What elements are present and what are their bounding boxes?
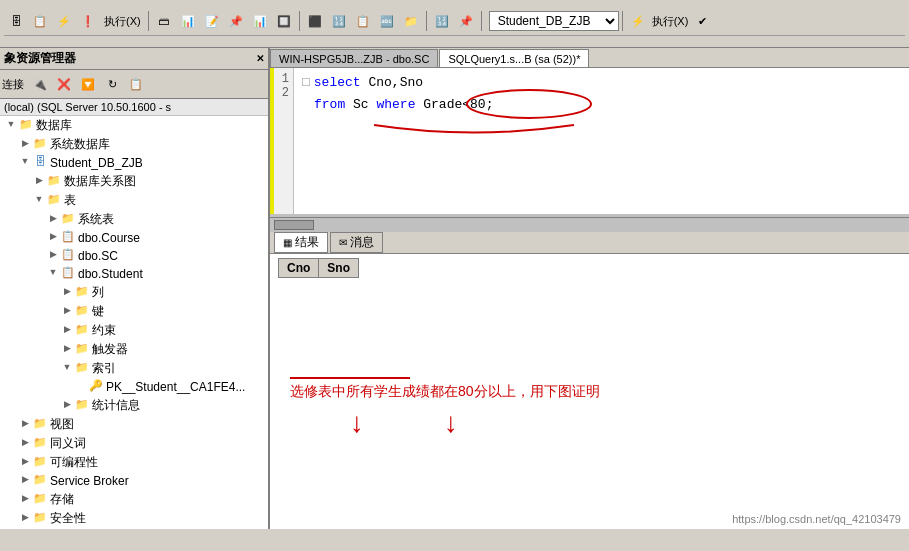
tree-item-pk[interactable]: 🔑 PK__Student__CA1FE4...: [0, 378, 268, 396]
tree-item-service-broker[interactable]: ▶ 📁 Service Broker: [0, 472, 268, 490]
expander-triggers[interactable]: ▶: [60, 343, 74, 357]
toolbar-icon-8[interactable]: 📌: [225, 10, 247, 32]
toolbar-icon-7[interactable]: 📝: [201, 10, 223, 32]
results-tab-bar: ▦ 结果 ✉ 消息: [270, 232, 909, 254]
line-annotation: [374, 120, 574, 140]
expander-student-db[interactable]: ▼: [18, 156, 32, 170]
tree-item-triggers[interactable]: ▶ 📁 触发器: [0, 340, 268, 359]
connect-label[interactable]: 连接: [2, 77, 24, 92]
expander-constraints[interactable]: ▶: [60, 324, 74, 338]
properties-icon[interactable]: 📋: [125, 73, 147, 95]
folder-icon-views: 📁: [32, 417, 48, 433]
tree-item-student-db[interactable]: ▼ 🗄 Student_DB_ZJB: [0, 154, 268, 172]
expander-student[interactable]: ▼: [46, 267, 60, 281]
expander-tables[interactable]: ▼: [32, 194, 46, 208]
db-selector[interactable]: Student_DB_ZJB: [489, 11, 619, 31]
expander-storage[interactable]: ▶: [18, 493, 32, 507]
connect-icon[interactable]: 🔌: [29, 73, 51, 95]
expander-diagrams[interactable]: ▶: [32, 175, 46, 189]
toolbar-icon-19[interactable]: ✔: [691, 10, 713, 32]
tree-item-views[interactable]: ▶ 📁 视图: [0, 415, 268, 434]
toolbar-icon-17[interactable]: 📌: [455, 10, 477, 32]
expander-security-db[interactable]: ▶: [18, 512, 32, 526]
tree-item-stats[interactable]: ▶ 📁 统计信息: [0, 396, 268, 415]
toolbar-icon-16[interactable]: 🔢: [431, 10, 453, 32]
expander-pk[interactable]: [74, 380, 88, 394]
close-panel-icon[interactable]: ✕: [256, 53, 264, 64]
refresh-icon[interactable]: ↻: [101, 73, 123, 95]
tree-item-programmability[interactable]: ▶ 📁 可编程性: [0, 453, 268, 472]
query-tab-2[interactable]: SQLQuery1.s...B (sa (52))*: [439, 49, 589, 67]
expander-views[interactable]: ▶: [18, 418, 32, 432]
expander-sys-tables[interactable]: ▶: [46, 213, 60, 227]
sql-editor[interactable]: 1 2 □ select Cno,Sno from Sc where Grade…: [270, 68, 909, 217]
toolbar-icon-10[interactable]: 🔲: [273, 10, 295, 32]
tree-item-sys-tables[interactable]: ▶ 📁 系统表: [0, 210, 268, 229]
toolbar-icon-5[interactable]: 🗃: [153, 10, 175, 32]
expander-cols[interactable]: ▶: [60, 286, 74, 300]
h-scrollbar[interactable]: [270, 217, 909, 231]
toolbar-icon-2[interactable]: 📋: [29, 10, 51, 32]
expander-service-broker[interactable]: ▶: [18, 474, 32, 488]
expander-stats[interactable]: ▶: [60, 399, 74, 413]
expander-course[interactable]: ▶: [46, 231, 60, 245]
expander-database[interactable]: ▼: [4, 119, 18, 133]
tree-label-student: dbo.Student: [78, 267, 143, 281]
toolbar-icon-11[interactable]: ⬛: [304, 10, 326, 32]
separator-1: [148, 11, 149, 31]
top-toolbar: 🗄 📋 ⚡ ❗ 执行(X) 🗃 📊 📝 📌 📊 🔲 ⬛ 🔢 📋 🔤 📁 🔢 📌 …: [0, 0, 909, 48]
filter-icon[interactable]: 🔽: [77, 73, 99, 95]
toolbar-icon-12[interactable]: 🔢: [328, 10, 350, 32]
tree-item-storage[interactable]: ▶ 📁 存储: [0, 490, 268, 509]
disconnect-icon[interactable]: ❌: [53, 73, 75, 95]
folder-icon-constraints: 📁: [74, 323, 90, 339]
tree-view: ▼ 📁 数据库 ▶ 📁 系统数据库 ▼ 🗄 Student_DB_ZJB ▶ 📁: [0, 116, 268, 529]
query-tab-2-label: SQLQuery1.s...B (sa (52))*: [448, 53, 580, 65]
expander-indexes[interactable]: ▼: [60, 362, 74, 376]
col-sno: Sno: [319, 259, 359, 278]
expander-sc[interactable]: ▶: [46, 249, 60, 263]
tree-label-synonyms: 同义词: [50, 435, 86, 452]
tree-item-tables[interactable]: ▼ 📁 表: [0, 191, 268, 210]
tree-item-sc[interactable]: ▶ 📋 dbo.SC: [0, 247, 268, 265]
query-tab-1[interactable]: WIN-HSPG5JB...ZJB - dbo.SC: [270, 49, 438, 67]
messages-icon: ✉: [339, 237, 347, 248]
toolbar-icon-4[interactable]: ❗: [77, 10, 99, 32]
left-panel-toolbar: 连接 🔌 ❌ 🔽 ↻ 📋: [0, 70, 268, 99]
tree-item-synonyms[interactable]: ▶ 📁 同义词: [0, 434, 268, 453]
tree-item-database[interactable]: ▼ 📁 数据库: [0, 116, 268, 135]
toolbar-icon-9[interactable]: 📊: [249, 10, 271, 32]
tree-item-student[interactable]: ▼ 📋 dbo.Student: [0, 265, 268, 283]
toolbar-icon-15[interactable]: 📁: [400, 10, 422, 32]
folder-icon-keys: 📁: [74, 304, 90, 320]
tree-item-keys[interactable]: ▶ 📁 键: [0, 302, 268, 321]
execute-label-1[interactable]: 执行(X): [100, 14, 145, 29]
expander-synonyms[interactable]: ▶: [18, 437, 32, 451]
tree-item-cols[interactable]: ▶ 📁 列: [0, 283, 268, 302]
tree-label-pk: PK__Student__CA1FE4...: [106, 380, 245, 394]
toolbar-icon-6[interactable]: 📊: [177, 10, 199, 32]
sql-content[interactable]: □ select Cno,Sno from Sc where Grade<80;: [294, 68, 909, 214]
tree-item-system-db[interactable]: ▶ 📁 系统数据库: [0, 135, 268, 154]
table-icon-sc: 📋: [60, 248, 76, 264]
tree-item-course[interactable]: ▶ 📋 dbo.Course: [0, 229, 268, 247]
toolbar-icon-18[interactable]: ⚡: [627, 10, 649, 32]
table-icon-student: 📋: [60, 266, 76, 282]
toolbar-icon-1[interactable]: 🗄: [5, 10, 27, 32]
toolbar-icon-13[interactable]: 📋: [352, 10, 374, 32]
expander-programmability[interactable]: ▶: [18, 456, 32, 470]
h-scroll-thumb[interactable]: [274, 220, 314, 230]
results-tab-messages[interactable]: ✉ 消息: [330, 232, 383, 253]
toolbar-icon-14[interactable]: 🔤: [376, 10, 398, 32]
tree-item-zjb-db[interactable]: ▶ 🗄 ZJB_DB: [0, 528, 268, 529]
tree-item-security-db[interactable]: ▶ 📁 安全性: [0, 509, 268, 528]
expander-system-db[interactable]: ▶: [18, 138, 32, 152]
tree-item-indexes[interactable]: ▼ 📁 索引: [0, 359, 268, 378]
sql-condition: Grade<80;: [415, 94, 493, 116]
toolbar-icon-3[interactable]: ⚡: [53, 10, 75, 32]
execute-label-2[interactable]: 执行(X): [650, 14, 691, 29]
tree-item-diagrams[interactable]: ▶ 📁 数据库关系图: [0, 172, 268, 191]
results-tab-results[interactable]: ▦ 结果: [274, 232, 328, 253]
tree-item-constraints[interactable]: ▶ 📁 约束: [0, 321, 268, 340]
expander-keys[interactable]: ▶: [60, 305, 74, 319]
